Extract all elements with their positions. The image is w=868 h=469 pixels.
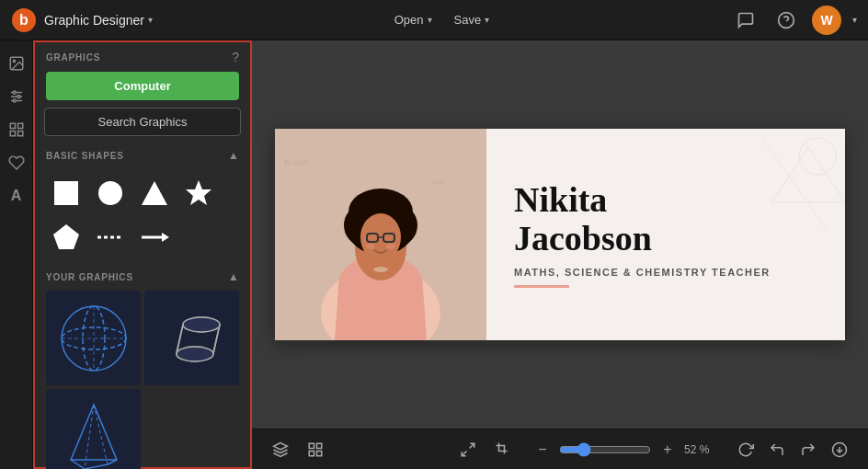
save-button[interactable]: Save ▾ xyxy=(445,9,499,30)
shape-triangle[interactable] xyxy=(134,173,175,213)
search-graphics-box[interactable]: Search Graphics xyxy=(44,108,241,136)
sidebar-header: GRAPHICS ? xyxy=(35,42,250,68)
main-layout: A GRAPHICS ? Computer Search Graphics BA… xyxy=(0,40,868,469)
layers-button[interactable] xyxy=(267,436,294,463)
app-logo[interactable]: b xyxy=(11,7,37,33)
svg-line-42 xyxy=(85,464,108,469)
svg-line-67 xyxy=(470,443,474,448)
svg-point-5 xyxy=(13,60,15,62)
topbar-right: W ▾ xyxy=(731,6,857,35)
zoom-in-button[interactable]: + xyxy=(657,439,679,461)
your-graphics-header: YOUR GRAPHICS ▲ xyxy=(35,265,250,287)
your-graphics-toggle[interactable]: ▲ xyxy=(228,270,239,283)
zoom-controls: − + 52 % xyxy=(531,439,717,461)
graphic-cylinder[interactable] xyxy=(144,291,239,385)
basic-shapes-grid xyxy=(35,166,250,265)
text-icon[interactable]: A xyxy=(3,182,30,210)
svg-line-68 xyxy=(462,451,466,455)
svg-rect-14 xyxy=(10,132,15,136)
computer-button[interactable]: Computer xyxy=(46,72,239,100)
svg-rect-64 xyxy=(317,443,322,448)
icon-rail: A xyxy=(0,40,33,469)
download-button[interactable] xyxy=(826,436,853,463)
grid-icon[interactable] xyxy=(3,116,30,143)
svg-rect-16 xyxy=(54,181,78,205)
shape-circle[interactable] xyxy=(90,173,131,213)
your-graphics-label: YOUR GRAPHICS xyxy=(46,272,133,282)
svg-line-61 xyxy=(762,138,827,230)
svg-marker-20 xyxy=(53,224,79,249)
topbar: b Graphic Designer ▾ Open ▾ Save ▾ xyxy=(0,0,868,40)
basic-shapes-header: BASIC SHAPES ▲ xyxy=(35,145,250,166)
svg-text:H₂O: H₂O xyxy=(431,177,445,186)
topbar-center: Open ▾ Save ▾ xyxy=(153,9,731,30)
zoom-slider[interactable] xyxy=(559,442,651,457)
chat-icon-button[interactable] xyxy=(731,6,760,35)
shape-star[interactable] xyxy=(178,173,219,213)
crop-button[interactable] xyxy=(489,436,517,463)
svg-marker-62 xyxy=(274,442,288,450)
shape-dash[interactable] xyxy=(90,217,131,257)
svg-point-56 xyxy=(373,267,388,272)
svg-marker-19 xyxy=(186,180,211,205)
svg-rect-66 xyxy=(317,451,322,455)
image-icon[interactable] xyxy=(3,50,30,77)
svg-point-9 xyxy=(13,91,16,94)
svg-point-10 xyxy=(17,96,19,98)
svg-rect-12 xyxy=(10,123,15,128)
help-icon-button[interactable] xyxy=(771,6,801,35)
sidebar-panel: GRAPHICS ? Computer Search Graphics BASI… xyxy=(33,40,252,469)
svg-point-33 xyxy=(177,347,213,361)
svg-point-11 xyxy=(13,99,16,102)
canvas-text-area: Nikita Jacobson MATHS, SCIENCE & CHEMIST… xyxy=(486,129,845,340)
redo-button[interactable] xyxy=(794,436,822,463)
svg-rect-15 xyxy=(17,132,22,136)
user-avatar[interactable]: W xyxy=(812,6,841,35)
zoom-percentage: 52 % xyxy=(684,443,717,456)
basic-shapes-toggle[interactable]: ▲ xyxy=(228,149,239,162)
zoom-out-button[interactable]: − xyxy=(531,439,554,461)
svg-marker-18 xyxy=(142,181,167,205)
app-name[interactable]: Graphic Designer ▾ xyxy=(44,13,153,28)
svg-marker-23 xyxy=(162,233,169,242)
open-button[interactable]: Open ▾ xyxy=(385,9,441,30)
svg-marker-59 xyxy=(771,147,845,202)
svg-rect-65 xyxy=(309,451,314,455)
grid-view-button[interactable] xyxy=(302,436,329,463)
canvas-workspace[interactable]: E=mc² H₂O Nikita Jacobson MATHS, SCIENCE… xyxy=(252,40,868,429)
svg-marker-37 xyxy=(71,405,117,460)
shape-square[interactable] xyxy=(46,173,86,213)
shape-arrow[interactable] xyxy=(134,217,175,257)
svg-point-60 xyxy=(799,138,836,175)
resize-button[interactable] xyxy=(454,436,482,463)
svg-point-54 xyxy=(366,244,375,249)
canvas-accent-line xyxy=(514,285,569,288)
svg-line-40 xyxy=(71,460,85,469)
svg-text:E=mc²: E=mc² xyxy=(284,158,308,167)
graphics-section-label: GRAPHICS xyxy=(46,52,100,63)
undo-button[interactable] xyxy=(763,436,791,463)
canvas-area: E=mc² H₂O Nikita Jacobson MATHS, SCIENCE… xyxy=(252,40,868,469)
refresh-button[interactable] xyxy=(732,436,760,463)
svg-point-17 xyxy=(98,181,122,205)
user-chevron[interactable]: ▾ xyxy=(852,15,857,25)
heart-icon[interactable] xyxy=(3,149,30,177)
svg-rect-13 xyxy=(17,123,22,128)
svg-rect-63 xyxy=(309,443,314,448)
svg-point-55 xyxy=(386,244,395,249)
svg-text:b: b xyxy=(19,12,29,28)
design-canvas: E=mc² H₂O Nikita Jacobson MATHS, SCIENCE… xyxy=(275,129,845,340)
your-graphics-grid xyxy=(35,287,250,469)
shape-pentagon[interactable] xyxy=(46,217,86,257)
graphic-sphere[interactable] xyxy=(46,291,141,385)
canvas-photo: E=mc² H₂O xyxy=(275,129,486,340)
bottom-right-buttons xyxy=(732,436,853,463)
graphic-pyramid[interactable] xyxy=(46,389,141,469)
sidebar-help-icon[interactable]: ? xyxy=(232,50,239,64)
basic-shapes-label: BASIC SHAPES xyxy=(46,151,124,161)
svg-point-36 xyxy=(183,317,220,332)
bottom-bar: − + 52 % xyxy=(252,429,868,469)
sliders-icon[interactable] xyxy=(3,83,30,110)
